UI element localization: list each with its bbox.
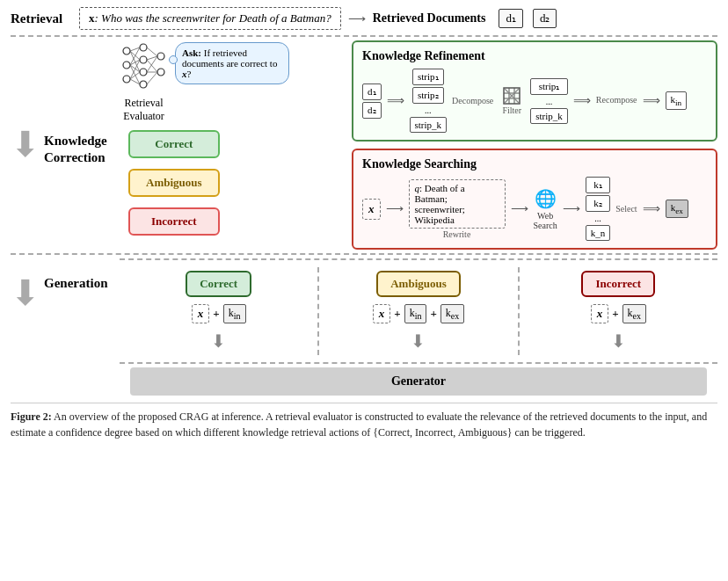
filter-icon: [502, 86, 521, 105]
svg-line-10: [130, 51, 140, 60]
gen-ambiguous-plus2: +: [430, 307, 436, 321]
refinement-box: Knowledge Refinement d₁ d₂ ⟹ strip₁ stri…: [352, 40, 717, 142]
svg-line-24: [147, 72, 157, 84]
kc-label: KnowledgeCorrection: [44, 40, 116, 250]
retrieval-label: Retrieval: [11, 11, 72, 26]
big-arrow-kc: ⬇: [11, 127, 40, 163]
strips-input: strip₁ strip₂ ... strip_k: [410, 69, 448, 133]
gen-ambiguous-formula: x + kin + kex: [373, 304, 465, 323]
big-arrows: ⬇: [11, 40, 40, 250]
web-search-block: 🌐 WebSearch: [534, 188, 557, 230]
kc-label-text: KnowledgeCorrection: [44, 133, 116, 167]
doc1-badge: d₁: [499, 9, 523, 28]
gen-correct-x: x: [192, 304, 210, 323]
middle-divider: [11, 253, 717, 255]
thought-bubble: Ask: If retrieved documents are correct …: [175, 42, 289, 84]
incorrect-badge: Incorrect: [128, 207, 220, 236]
gen-columns: Correct x + kin ⬇ Ambiguous x + kin: [120, 258, 717, 364]
d-stack: d₁ d₂: [362, 84, 382, 119]
gen-big-arrow: ⬇: [11, 276, 40, 311]
search-arrow2: ⟶: [511, 201, 528, 216]
gen-correct-formula: x + kin: [192, 304, 246, 323]
web-search-label: WebSearch: [534, 211, 557, 230]
k2-badge: k₂: [586, 195, 611, 212]
filter-block: Filter: [502, 86, 521, 115]
svg-point-5: [140, 69, 147, 76]
evaluator-label-text: RetrievalEvaluator: [123, 97, 164, 123]
fig-label: Figure 2:: [11, 410, 52, 423]
top-divider: [11, 35, 717, 37]
gen-ambiguous-x: x: [373, 304, 391, 323]
q-block: q: Death of a Batman; screenwriter; Wiki…: [409, 179, 506, 239]
generation-section: ⬇ Generation Correct x + kin ⬇: [11, 258, 717, 396]
caption-text: An overview of the proposed CRAG at infe…: [11, 410, 707, 439]
refinement-content: d₁ d₂ ⟹ strip₁ strip₂ ... strip_k Decomp…: [362, 69, 707, 133]
gen-incorrect-x: x: [591, 304, 609, 323]
svg-point-6: [140, 81, 147, 88]
d1-badge: d₁: [362, 84, 382, 100]
q-text: q: Death of a Batman; screenwriter; Wiki…: [409, 179, 506, 229]
gen-label-text: Generation: [44, 276, 108, 290]
caption: Figure 2: An overview of the proposed CR…: [11, 403, 717, 440]
svg-point-3: [140, 44, 147, 51]
evaluator-block: RetrievalEvaluator: [120, 40, 168, 123]
search-arrow1: ⟶: [386, 201, 404, 216]
knowledge-correction-section: ⬇ KnowledgeCorrection: [11, 40, 717, 250]
select-block: Select: [615, 204, 637, 214]
evaluator-panel: RetrievalEvaluator Ask: If retrieved doc…: [120, 40, 348, 250]
svg-point-0: [123, 47, 130, 54]
searching-title: Knowledge Searching: [362, 157, 707, 171]
gen-ambiguous-arrow: ⬇: [411, 330, 426, 352]
decompose-label-block: Decompose: [452, 96, 493, 105]
svg-point-7: [157, 53, 164, 60]
gen-col-ambiguous: Ambiguous x + kin + kex ⬇: [319, 267, 519, 355]
search-x-block: x: [362, 199, 381, 220]
kex-badge: kex: [666, 200, 688, 218]
globe-icon: 🌐: [535, 188, 557, 209]
gen-ambiguous-kex: kex: [440, 304, 464, 323]
gen-col-incorrect: Incorrect x + kex ⬇: [520, 267, 717, 355]
gen-big-arrow-col: ⬇: [11, 258, 40, 311]
stripk-in: strip_k: [410, 117, 448, 133]
retrieval-row: Retrieval x: Who was the screenwriter fo…: [11, 7, 717, 30]
gen-col-correct: Correct x + kin ⬇: [120, 267, 319, 355]
filter-label: Filter: [502, 105, 521, 115]
k-results-stack: k₁ k₂ ... k_n: [586, 177, 611, 241]
strip2-in: strip₂: [412, 87, 444, 104]
refinement-title: Knowledge Refinement: [362, 49, 707, 63]
select-label: Select: [615, 204, 637, 214]
strip1-out: strip₁: [530, 78, 568, 95]
svg-line-19: [147, 47, 157, 56]
gen-incorrect-kex: kex: [622, 304, 646, 323]
generator-bar: Generator: [130, 367, 707, 396]
svg-point-1: [123, 62, 130, 69]
strips-output: strip₁ ... strip_k: [530, 78, 568, 124]
searching-box: Knowledge Searching x ⟶ q: Death of a Ba…: [352, 149, 717, 250]
d2-badge: d₂: [362, 102, 382, 119]
doc2-badge: d₂: [533, 9, 557, 28]
search-arrow3: ⟶: [563, 201, 580, 216]
decompose-label: Decompose: [452, 96, 493, 105]
thought-ask: Ask:: [182, 47, 204, 58]
right-panel: Knowledge Refinement d₁ d₂ ⟹ strip₁ stri…: [352, 40, 717, 250]
ambiguous-badge: Ambiguous: [128, 169, 220, 197]
gen-ambiguous-label: Ambiguous: [376, 271, 461, 297]
gen-section-label: Generation: [44, 258, 116, 291]
gen-content: Correct x + kin ⬇ Ambiguous x + kin: [120, 258, 717, 396]
search-arrow4: ⟹: [643, 201, 660, 216]
kin-badge: kin: [666, 91, 688, 110]
stripk-out: strip_k: [530, 108, 568, 124]
gen-incorrect-arrow: ⬇: [611, 330, 626, 352]
strip1-in: strip₁: [412, 69, 444, 85]
gen-correct-kin: kin: [223, 304, 246, 323]
gen-ambiguous-plus1: +: [394, 307, 400, 321]
gen-ambiguous-kin: kin: [404, 304, 427, 323]
query-text: : Who was the screenwriter for Death of …: [95, 11, 331, 25]
ref-arrow3: ⟹: [643, 93, 660, 108]
search-x: x: [362, 199, 381, 220]
recompose-label: Recompose: [596, 95, 637, 105]
main-container: Retrieval x: Who was the screenwriter fo…: [0, 0, 728, 446]
gen-correct-plus: +: [213, 307, 219, 321]
gen-incorrect-formula: x + kex: [591, 304, 646, 323]
gen-incorrect-plus: +: [612, 307, 618, 321]
